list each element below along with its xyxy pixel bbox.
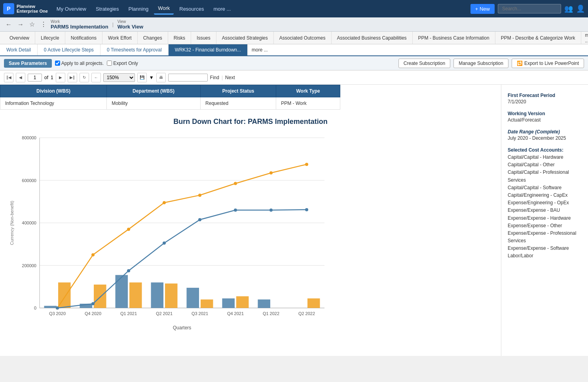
svg-point-47 (269, 209, 273, 212)
svg-text:Q4 2020: Q4 2020 (85, 311, 101, 316)
nav-right-section: + New 👥 👤 (470, 4, 585, 14)
top-navigation: P Planview Enterprise One My Overview St… (0, 0, 588, 17)
forecast-value: 7/1/2020 (508, 99, 582, 105)
last-page-button[interactable]: ▶‖ (68, 73, 77, 82)
cost-account-item: Expense/Expense - Hardware (508, 215, 582, 222)
date-range-value: July 2020 - December 2025 (508, 135, 582, 141)
cost-account-item: Capital/Capital - Other (508, 161, 582, 169)
nav-back[interactable]: ← (4, 20, 13, 29)
print-button[interactable]: 🖶 (156, 73, 166, 82)
sec-tab-lifecycle-steps[interactable]: 0 Active Lifecycle Steps (38, 44, 101, 56)
tab-ppm-describe[interactable]: PPM - Describe & Categorize Work (495, 32, 581, 44)
cost-account-item: Expense/Expense - BAU (508, 207, 582, 214)
export-ppt-button[interactable]: 🔁 Export to Live PowerPoint (512, 59, 584, 68)
cost-account-item: Capital/Capital - Software (508, 184, 582, 192)
dropdown-icon[interactable]: ▼ (149, 75, 154, 80)
cost-account-item: Capital/Capital - Hardware (508, 154, 582, 161)
create-subscription-button[interactable]: Create Subscription (398, 59, 450, 68)
toolbar-right: Create Subscription Manage Subscription … (398, 59, 584, 68)
version-section: Working Version Actual/Forecast (508, 111, 582, 123)
tab-issues[interactable]: Issues (191, 32, 216, 44)
svg-text:0: 0 (34, 306, 36, 310)
svg-text:200000: 200000 (22, 263, 36, 268)
cost-account-item: Capital/Capital - Professional Services (508, 169, 582, 184)
next-find-button[interactable]: Next (225, 75, 235, 80)
nav-planning[interactable]: Planning (125, 4, 153, 14)
svg-rect-26 (151, 283, 164, 308)
tab-business-capabilities[interactable]: Associated Business Capabilities (332, 32, 413, 44)
cost-account-item: Expense/Engineering - OpEx (508, 199, 582, 207)
new-button[interactable]: + New (470, 4, 495, 14)
back-button[interactable]: ← (91, 73, 101, 82)
col-division: Division (WBS) (0, 85, 107, 97)
cost-account-item: Expense/Expense - Software (508, 245, 582, 252)
forecast-section: First Forecast Period 7/1/2020 (508, 93, 582, 105)
nav-work[interactable]: Work (154, 3, 174, 15)
apply-all-checkbox[interactable] (55, 61, 60, 66)
breadcrumb-separator: | (112, 22, 114, 27)
svg-rect-29 (201, 300, 213, 308)
cost-accounts-list: Capital/Capital - Hardware Capital/Capit… (508, 154, 582, 260)
nav-options[interactable]: ⋮ (39, 20, 48, 29)
tab-overview[interactable]: Overview (4, 32, 35, 44)
search-input[interactable] (498, 4, 561, 13)
sec-tab-more[interactable]: more ... (248, 45, 272, 55)
tab-more[interactable]: more ... (581, 32, 588, 44)
save-icon-button[interactable]: 💾 (137, 73, 147, 82)
export-only-checkbox[interactable] (107, 61, 112, 66)
nav-strategies[interactable]: Strategies (92, 4, 123, 14)
svg-point-42 (198, 194, 201, 197)
next-page-button[interactable]: ▶ (56, 73, 65, 82)
date-range-section: Date Range (Complete) July 2020 - Decemb… (508, 129, 582, 141)
nav-my-overview[interactable]: My Overview (53, 4, 90, 14)
svg-text:400000: 400000 (22, 220, 36, 225)
top-tabs-bar: Overview Lifecycle Notifications Work Ef… (0, 32, 588, 44)
date-range-label: Date Range (Complete) (508, 129, 582, 135)
tab-associated-outcomes[interactable]: Associated Outcomes (274, 32, 332, 44)
tab-lifecycle[interactable]: Lifecycle (35, 32, 65, 44)
nav-resources[interactable]: Resources (175, 4, 208, 14)
sec-tab-timesheets[interactable]: 0 Timesheets for Approval (101, 44, 169, 56)
export-ppt-icon: 🔁 (517, 61, 523, 66)
export-only-label[interactable]: Export Only (107, 61, 138, 66)
cost-account-item: Expense/Expense - Professional Services (508, 230, 582, 245)
tab-work-effort[interactable]: Work Effort (102, 32, 138, 44)
tab-associated-strategies[interactable]: Associated Strategies (216, 32, 274, 44)
find-button[interactable]: Find (210, 75, 219, 80)
find-input[interactable] (168, 74, 208, 82)
svg-text:600000: 600000 (22, 178, 36, 183)
tab-risks[interactable]: Risks (168, 32, 191, 44)
sec-tab-work-detail[interactable]: Work Detail (0, 44, 38, 56)
nav-forward[interactable]: → (16, 20, 25, 29)
page-input[interactable] (28, 74, 42, 82)
refresh-button[interactable]: ↻ (80, 73, 89, 82)
manage-subscription-button[interactable]: Manage Subscription (453, 59, 508, 68)
logo-icon: P (3, 3, 14, 14)
users-icon[interactable]: 👥 (564, 4, 573, 13)
svg-rect-33 (307, 298, 320, 308)
tab-changes[interactable]: Changes (138, 32, 168, 44)
breadcrumb-bar: ← → ☆ ⋮ Work PARMS Implementation | View… (0, 17, 588, 32)
nav-bookmark[interactable]: ☆ (28, 20, 36, 29)
sec-tab-financial-burndown[interactable]: WRK32 - Financial Burndown... (169, 44, 248, 56)
svg-text:Q1 2021: Q1 2021 (120, 311, 137, 316)
nav-more[interactable]: more ... (209, 4, 235, 14)
cost-account-item: Expense/Expense - Other (508, 222, 582, 230)
cost-accounts-label: Selected Cost Accounts: (508, 147, 582, 153)
svg-point-46 (269, 171, 273, 175)
col-department: Department (WBS) (107, 85, 201, 97)
svg-rect-30 (222, 298, 235, 308)
svg-rect-20 (44, 306, 57, 308)
tab-notifications[interactable]: Notifications (65, 32, 102, 44)
svg-point-37 (91, 302, 95, 305)
prev-page-button[interactable]: ◀ (16, 73, 25, 82)
tab-ppm-business-case[interactable]: PPM - Business Case Information (413, 32, 495, 44)
first-page-button[interactable]: ‖◀ (4, 73, 13, 82)
apply-all-label[interactable]: Apply to all projects. (55, 61, 104, 66)
user-icon[interactable]: 👤 (576, 4, 585, 13)
cost-accounts-section: Selected Cost Accounts: Capital/Capital … (508, 147, 582, 260)
svg-point-35 (56, 306, 59, 310)
save-parameters-button[interactable]: Save Parameters (4, 59, 52, 68)
zoom-select[interactable]: 150% 100% 75% (103, 73, 135, 82)
svg-point-38 (127, 228, 130, 231)
